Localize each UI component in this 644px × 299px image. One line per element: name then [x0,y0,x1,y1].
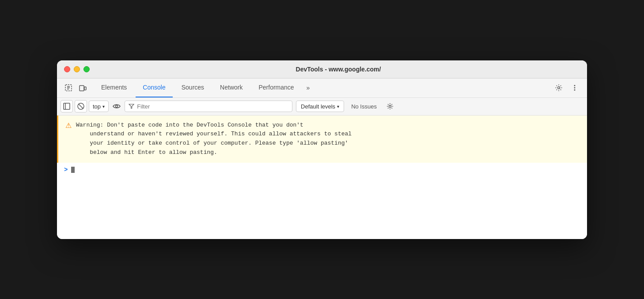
title-bar: DevTools - www.google.com/ [57,60,587,78]
svg-point-4 [574,85,576,86]
tab-console[interactable]: Console [136,78,172,97]
tab-sources[interactable]: Sources [174,78,211,97]
context-selector-arrow: ▾ [102,104,105,109]
filter-box[interactable] [125,101,292,112]
context-selector[interactable]: top ▾ [89,101,109,112]
svg-point-11 [116,105,118,108]
console-settings-button[interactable] [384,100,396,112]
warning-text: Warning: Don't paste code into the DevTo… [76,121,352,157]
tab-elements[interactable]: Elements [94,78,134,97]
svg-point-12 [389,105,391,108]
filter-icon [129,103,134,109]
svg-rect-2 [84,87,86,90]
tab-network[interactable]: Network [213,78,250,97]
log-levels-selector[interactable]: Default levels ▾ [296,101,344,112]
minimize-button[interactable] [74,66,80,72]
live-expressions-button[interactable] [110,100,123,112]
tabs-right-controls [552,81,582,95]
devtools-icons [62,82,89,94]
filter-input[interactable] [137,103,288,110]
more-tabs-button[interactable]: » [303,78,314,97]
console-cursor [71,167,75,173]
maximize-button[interactable] [83,66,90,72]
issues-counter[interactable]: No Issues [346,101,382,112]
window-title: DevTools - www.google.com/ [97,66,580,73]
close-button[interactable] [64,66,70,72]
tab-performance[interactable]: Performance [251,78,301,97]
device-toolbar-icon[interactable] [76,82,89,94]
tabs-bar: Elements Console Sources Network Perform… [57,78,587,98]
warning-icon: ⚠ [65,121,72,130]
clear-console-button[interactable] [75,100,87,112]
svg-rect-7 [64,103,70,109]
console-input-line[interactable]: > [57,163,587,177]
devtools-window: DevTools - www.google.com/ Elements Cons… [57,60,587,239]
inspect-element-icon[interactable] [62,82,75,94]
svg-point-6 [574,90,576,91]
svg-line-10 [79,104,83,109]
console-prompt: > [64,166,68,173]
svg-point-5 [574,87,576,89]
traffic-lights [64,66,90,72]
devtools-settings-button[interactable] [552,81,566,95]
log-levels-arrow: ▾ [337,104,339,109]
warning-message: ⚠ Warning: Don't paste code into the Dev… [57,116,587,163]
console-content: ⚠ Warning: Don't paste code into the Dev… [57,116,587,239]
more-options-button[interactable] [568,81,582,95]
sidebar-toggle-button[interactable] [61,100,73,112]
console-toolbar: top ▾ Default levels ▾ No Issues [57,98,587,116]
svg-point-3 [558,87,560,89]
svg-rect-1 [80,86,84,91]
